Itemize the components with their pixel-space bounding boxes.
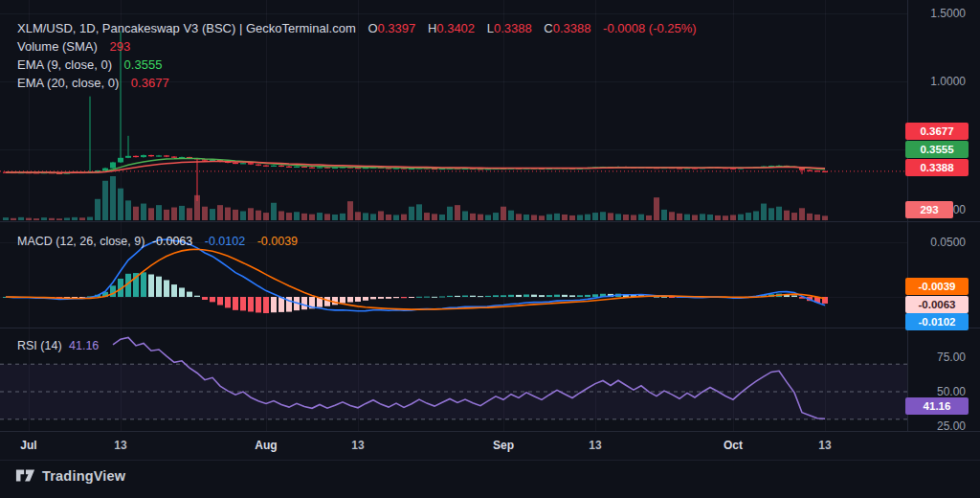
time-axis-label: Jul [10, 439, 48, 452]
rsi-badge: 41.16 [905, 397, 969, 415]
ema9-indicator-row[interactable]: EMA (9, close, 0) 0.3555 [17, 56, 697, 74]
last-price-badge: 0.3388 [905, 159, 969, 176]
time-axis-label: Aug [247, 439, 285, 452]
ema9-value: 0.3555 [124, 57, 163, 72]
ema20-badge: 0.3677 [905, 123, 969, 140]
rsi-value: 41.16 [69, 339, 99, 352]
macd-signal-value: -0.0039 [257, 235, 298, 248]
trading-chart-window: XLM/USD, 1D, Pancakeswap V3 (BSC) | Geck… [0, 0, 980, 498]
time-axis-label: 13 [339, 439, 377, 452]
price-change: -0.0008 (-0.25%) [603, 21, 697, 35]
symbol-legend[interactable]: XLM/USD, 1D, Pancakeswap V3 (BSC) | Geck… [17, 19, 697, 92]
ohlc-low: L0.3388 [487, 21, 532, 35]
volume-indicator-row[interactable]: Volume (SMA) 293 [17, 37, 697, 56]
ema9-badge: 0.3555 [905, 141, 969, 158]
volume-value: 293 [109, 39, 130, 54]
macd-label: MACD (12, 26, close, 9) [17, 235, 145, 248]
symbol-title: XLM/USD, 1D, Pancakeswap V3 (BSC) | Geck… [17, 21, 356, 35]
macd-line-value: -0.0102 [205, 235, 245, 248]
tradingview-brand-text: TradingView [42, 468, 125, 484]
volume-label: Volume (SMA) [17, 39, 98, 54]
time-axis[interactable]: Jul13Aug13Sep13Oct13 [0, 431, 980, 461]
ema20-label: EMA (20, close, 0) [17, 76, 119, 90]
rsi-label: RSI (14) [17, 339, 62, 352]
symbol-title-row[interactable]: XLM/USD, 1D, Pancakeswap V3 (BSC) | Geck… [17, 19, 697, 37]
price-axis-tick: 1.5000 [930, 6, 966, 21]
time-axis-label: Sep [484, 439, 523, 452]
rsi-indicator-row[interactable]: RSI (14) 41.16 [17, 339, 107, 352]
ohlc-high: H0.3402 [428, 21, 475, 35]
rsi-axis-tick: 75.00 [937, 350, 966, 365]
ohlc-close: C0.3388 [544, 21, 590, 35]
price-axis-tick: 1.0000 [930, 74, 966, 89]
time-axis-label: Oct [714, 439, 752, 452]
macd-line-badge: -0.0102 [905, 313, 969, 330]
ema20-indicator-row[interactable]: EMA (20, close, 0) 0.3677 [17, 74, 697, 92]
ohlc-open: O0.3397 [368, 21, 415, 35]
time-axis-label: 13 [101, 439, 140, 452]
time-axis-label: 13 [576, 439, 614, 452]
price-scale-axis[interactable]: 1.50001.00000.000.050075.0050.0025.000.3… [907, 0, 980, 458]
macd-hist-badge: -0.0063 [905, 296, 969, 313]
macd-signal-badge: -0.0039 [905, 278, 969, 295]
macd-indicator-row[interactable]: MACD (12, 26, close, 9) -0.0063 -0.0102 … [17, 235, 306, 248]
ema20-value: 0.3677 [131, 76, 169, 90]
tradingview-attribution[interactable]: TradingView [15, 466, 125, 485]
ema9-label: EMA (9, close, 0) [17, 57, 112, 72]
macd-axis-tick: 0.0500 [930, 235, 966, 250]
tradingview-logo-icon [15, 466, 35, 485]
macd-hist-value: -0.0063 [152, 235, 192, 248]
time-axis-label: 13 [806, 439, 844, 452]
volume-badge: 293 [905, 201, 953, 218]
